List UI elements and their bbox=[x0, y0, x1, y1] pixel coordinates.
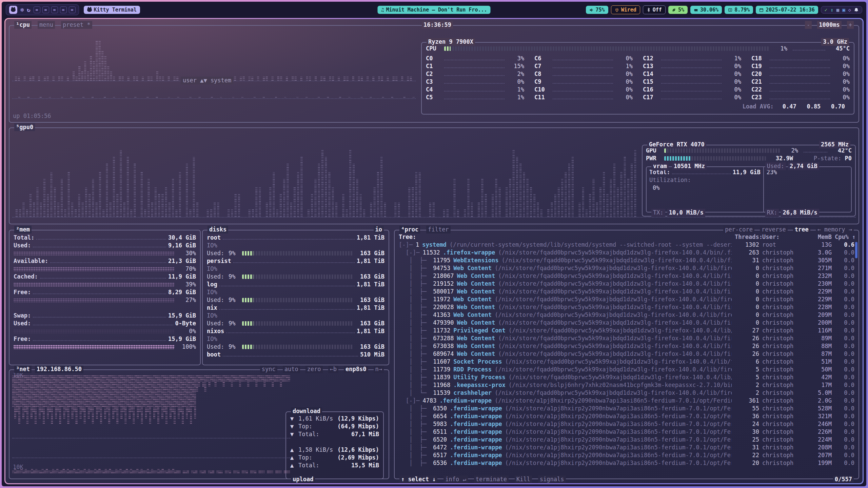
column-memb[interactable]: MemB bbox=[807, 233, 832, 241]
workspace-button-5[interactable] bbox=[69, 6, 76, 13]
workspace-button-1[interactable] bbox=[34, 6, 40, 13]
net-next-interface[interactable]: n→ bbox=[374, 365, 384, 373]
app-launcher-button[interactable] bbox=[9, 6, 17, 14]
net-zero-toggle[interactable]: zero bbox=[305, 365, 323, 373]
process-cmd: (/nix/store/a1pj8hxirp2y2090nbwa7api3asi… bbox=[505, 412, 732, 420]
disk-row[interactable]: log1,81 TiB bbox=[207, 281, 384, 288]
reload-icon[interactable]: ↻ bbox=[27, 6, 30, 13]
core-name: C14 bbox=[643, 70, 659, 78]
dotted-leader bbox=[444, 75, 505, 76]
disks-io-toggle[interactable]: io bbox=[374, 226, 384, 233]
process-row[interactable]: │ ├─ 94753Web Content(/nix/store/fqadd0b… bbox=[399, 264, 854, 272]
kill-control[interactable]: Kill bbox=[515, 475, 532, 483]
network-box-title[interactable]: ³net bbox=[14, 365, 32, 373]
disk-row[interactable]: persist1,81 TiB bbox=[207, 257, 384, 265]
tree-toggle[interactable]: tree bbox=[793, 226, 810, 233]
process-row[interactable]: │ ├─ 6654.ferdium-wrappe(/nix/store/a1pj… bbox=[399, 412, 854, 420]
info-control[interactable]: info ↵ bbox=[443, 475, 468, 483]
process-row[interactable]: │ ├─ 11739RDD Process(/nix/store/fqadd0b… bbox=[399, 366, 854, 373]
process-row[interactable]: │ ├─ 6536.ferdium-wrappe(/nix/store/a1pj… bbox=[399, 459, 854, 467]
download-label[interactable]: download bbox=[291, 407, 322, 415]
process-row[interactable]: │ ├─ 580017Web Content(/nix/store/fqadd0… bbox=[399, 288, 854, 296]
process-row[interactable]: │ ├─ 11839Utility Process(/nix/store/fqa… bbox=[399, 373, 854, 381]
cpu-graph-mode-label[interactable]: user ▲▼ system bbox=[181, 77, 233, 84]
volume-chip[interactable]: 75% bbox=[586, 6, 608, 14]
cpu-box-title[interactable]: ¹cpu bbox=[14, 21, 32, 29]
disk-row[interactable]: boot510 MiB bbox=[207, 351, 384, 359]
tray-window-icon[interactable]: ▣ bbox=[842, 7, 845, 12]
disks-box-title[interactable]: disks bbox=[208, 226, 228, 233]
upload-label[interactable]: upload bbox=[291, 475, 315, 483]
disk-chip[interactable]: 8.79% bbox=[725, 6, 753, 14]
process-row[interactable]: │ ├─ 218067Web Content(/nix/store/fqadd0… bbox=[399, 272, 854, 280]
process-row[interactable]: │ ├─ 6472.ferdium-wrappe(/nix/store/a1pj… bbox=[399, 444, 854, 451]
memory-chip[interactable]: 30.06% bbox=[690, 6, 722, 14]
memory-box-title[interactable]: ²mem bbox=[14, 226, 32, 233]
process-row[interactable]: │ ├─ 6520.ferdium-wrappe(/nix/store/a1pj… bbox=[399, 436, 854, 444]
process-row[interactable]: │ ├─ 11607Socket Process(/nix/store/fqad… bbox=[399, 358, 854, 366]
process-row[interactable]: │ ├─ 673038Web Content(/nix/store/fqadd0… bbox=[399, 342, 854, 350]
net-auto-toggle[interactable]: auto bbox=[283, 365, 300, 373]
signals-control[interactable]: signals bbox=[538, 475, 566, 483]
column-threads[interactable]: Threads: bbox=[735, 233, 759, 241]
reverse-toggle[interactable]: reverse bbox=[760, 226, 788, 233]
filter-button[interactable]: filter bbox=[426, 226, 450, 233]
process-row[interactable]: │ ├─ 479390Web Content(/nix/store/fqadd0… bbox=[399, 319, 854, 327]
column-tree[interactable]: Tree: bbox=[399, 233, 416, 241]
refresh-decrease-button[interactable]: - bbox=[805, 21, 812, 29]
process-row[interactable]: │ ├─ 6517.ferdium-wrappe(/nix/store/a1pj… bbox=[399, 451, 854, 459]
disk-row[interactable]: nix1,81 TiB bbox=[207, 304, 384, 312]
disk-row[interactable]: nixos1,81 TiB bbox=[207, 327, 384, 335]
column-user[interactable]: User: bbox=[762, 233, 804, 241]
nix-icon[interactable]: ❄ bbox=[20, 6, 24, 13]
process-row[interactable]: │ ├─ 6350.ferdium-wrappe(/nix/store/a1pj… bbox=[399, 405, 854, 412]
clock-chip[interactable]: 2025-07-22 16:36 bbox=[756, 6, 818, 14]
process-row[interactable]: [-]─4783.ferdium-wrappe(/nix/store/a1pj8… bbox=[399, 397, 854, 405]
process-row[interactable]: │ ├─ 6511.ferdium-wrappe(/nix/store/a1pj… bbox=[399, 428, 854, 436]
process-scrollbar[interactable] bbox=[855, 242, 857, 258]
process-row[interactable]: │ ├─ 11795WebExtensions(/nix/store/fqadd… bbox=[399, 257, 854, 264]
terminate-control[interactable]: terminate bbox=[474, 475, 509, 483]
process-box-title[interactable]: ⁴proc bbox=[399, 226, 420, 233]
process-row[interactable]: │ ├─ 11972Web Content(/nix/store/fqadd0b… bbox=[399, 296, 854, 303]
window-title-chip[interactable]: Kitty Terminal bbox=[84, 6, 140, 14]
workspace-button-2[interactable] bbox=[42, 6, 49, 13]
per-core-toggle[interactable]: per-core bbox=[723, 226, 754, 233]
vram-title[interactable]: vram bbox=[651, 162, 669, 170]
disk-row[interactable]: root1,81 TiB bbox=[207, 234, 384, 242]
process-row[interactable]: │ ├─ 220028Web Content(/nix/store/fqadd0… bbox=[399, 303, 854, 311]
process-row[interactable]: │ ├─ 11968.keepassxc-prox(/nix/store/bsl… bbox=[399, 381, 854, 389]
tray-diamond-icon[interactable]: ◇ bbox=[848, 7, 851, 12]
process-row[interactable]: │ ├─ 11732Privileged Cont(/nix/store/fqa… bbox=[399, 327, 854, 334]
process-row[interactable]: │ ├─ 41363Web Content(/nix/store/fqadd0b… bbox=[399, 311, 854, 319]
process-row[interactable]: [-]─1systemd(/run/current-system/systemd… bbox=[399, 241, 854, 249]
direction-icon: ▼ bbox=[290, 423, 298, 430]
cpu-chip[interactable]: 5% bbox=[668, 6, 688, 14]
tray-grid-icon[interactable]: ▦ bbox=[836, 7, 839, 12]
net-prev-interface[interactable]: ←b bbox=[328, 365, 338, 373]
process-row[interactable]: │ ├─ 673288Web Content(/nix/store/fqadd0… bbox=[399, 334, 854, 342]
column-cpu[interactable]: Cpu% ↑ bbox=[835, 233, 854, 241]
sort-column-selector[interactable]: ← memory → bbox=[816, 226, 854, 233]
music-chip[interactable]: ♫ Minuit Machine – Don't Run Fro... bbox=[377, 6, 490, 14]
process-row[interactable]: │ ├─ 219152Web Content(/nix/store/fqadd0… bbox=[399, 280, 854, 288]
tray-bell-icon[interactable] bbox=[854, 8, 859, 12]
process-row[interactable]: │ ├─ 689674Web Content(/nix/store/fqadd0… bbox=[399, 350, 854, 358]
tray-updown-icon[interactable]: ↕ bbox=[830, 7, 833, 12]
process-row[interactable]: [-]─11532.firefox-wrappe(/nix/store/fqad… bbox=[399, 249, 854, 257]
workspace-button-4[interactable] bbox=[60, 6, 67, 13]
process-row[interactable]: │ ├─ 5983.ferdium-wrappe(/nix/store/a1pj… bbox=[399, 420, 854, 428]
menu-button[interactable]: menu bbox=[38, 21, 55, 29]
refresh-increase-button[interactable]: + bbox=[847, 21, 854, 29]
preset-button[interactable]: preset * bbox=[61, 21, 92, 29]
process-threads: 55 bbox=[735, 405, 759, 412]
workspace-button-3[interactable] bbox=[51, 6, 58, 13]
process-cpu: 0.0 bbox=[835, 444, 854, 451]
process-row[interactable]: │ └─ 11539crashhelper(/nix/store/fqadd0b… bbox=[399, 389, 854, 397]
gpu-box-title[interactable]: ⁵gpu0 bbox=[14, 123, 35, 131]
select-control[interactable]: ↑ select ↓ bbox=[399, 475, 437, 483]
tray-check-icon[interactable]: ✓ bbox=[825, 7, 827, 12]
bluetooth-chip[interactable]: Off bbox=[643, 5, 666, 14]
network-chip[interactable]: Wired bbox=[611, 5, 640, 14]
net-sync-toggle[interactable]: sync bbox=[260, 365, 277, 373]
